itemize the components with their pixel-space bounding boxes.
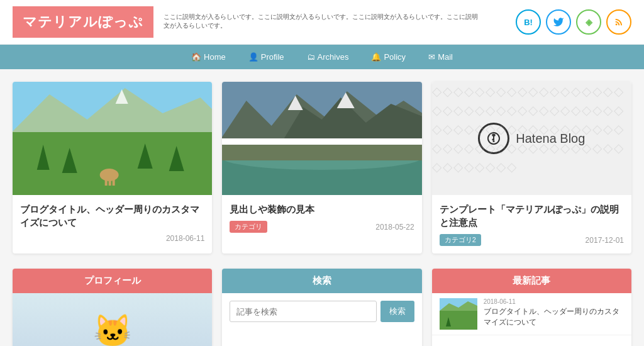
- svg-rect-9: [105, 179, 108, 186]
- svg-point-21: [488, 133, 499, 144]
- recent-articles-list: 2018-06-11 ブログタイトル、ヘッダー周りのカスタマイズについて: [432, 293, 631, 335]
- profile-icon: 👤: [248, 52, 258, 62]
- nav-profile[interactable]: 👤 Profile: [237, 45, 296, 69]
- recent-article-info: 2018-06-11 ブログタイトル、ヘッダー周りのカスタマイズについて: [484, 298, 624, 330]
- card-title-3: テンプレート「マテリアルぽっぷ」の説明と注意点: [440, 203, 624, 229]
- home-icon: 🏠: [191, 52, 201, 62]
- article-cards: ブログタイトル、ヘッダー周りのカスタマイズについて 2018-06-11: [13, 82, 631, 254]
- svg-point-0: [616, 23, 618, 25]
- site-header: マテリアルぽっぷ ここに説明文が入るらしいです。ここに説明文が入るらしいです。こ…: [0, 0, 644, 45]
- site-title-box: マテリアルぽっぷ: [13, 6, 153, 38]
- search-form: 検索: [222, 293, 421, 330]
- svg-rect-11: [113, 179, 115, 186]
- card-tag-3: カテゴリ2: [440, 234, 481, 246]
- card-meta-3: カテゴリ2 2017-12-01: [440, 234, 624, 246]
- profile-image-area: 🐱: [13, 293, 212, 346]
- nav-policy[interactable]: 🔔 Policy: [360, 45, 417, 69]
- card-body-3: テンプレート「マテリアルぽっぷ」の説明と注意点 カテゴリ2 2017-12-01: [432, 195, 631, 254]
- site-description: ここに説明文が入るらしいです。ここに説明文が入るらしいです。ここに説明文が入るら…: [164, 13, 478, 30]
- mail-icon: ✉: [428, 52, 435, 62]
- profile-character: 🐱: [93, 313, 132, 346]
- card-body-2: 見出しや装飾の見本 カテゴリ 2018-05-22: [222, 195, 421, 240]
- rss-icon[interactable]: [606, 9, 631, 35]
- hatena-pen-icon: [478, 123, 509, 154]
- widgets-section: プロフィール 🐱 検索 検索 最新記事: [13, 269, 631, 346]
- header-social-icons: B! ◈: [516, 9, 631, 35]
- card-title-2: 見出しや装飾の見本: [230, 203, 414, 216]
- recent-thumb: [440, 298, 477, 330]
- nav-archives[interactable]: 🗂 Archives: [296, 45, 360, 69]
- recent-widget-header: 最新記事: [432, 269, 631, 293]
- svg-rect-10: [109, 179, 111, 186]
- card-meta-2: カテゴリ 2018-05-22: [230, 221, 414, 233]
- search-widget-header: 検索: [222, 269, 421, 293]
- list-item[interactable]: 2018-06-11 ブログタイトル、ヘッダー周りのカスタマイズについて: [432, 293, 631, 335]
- card-date-1: 2018-06-11: [166, 234, 204, 243]
- card-date-3: 2017-12-01: [586, 236, 624, 245]
- archives-icon: 🗂: [307, 52, 315, 62]
- card-title-1: ブログタイトル、ヘッダー周りのカスタマイズについて: [20, 203, 204, 229]
- policy-icon: 🔔: [371, 52, 381, 62]
- twitter-icon[interactable]: [546, 9, 571, 35]
- profile-widget-header: プロフィール: [13, 269, 212, 293]
- site-title: マテリアルぽっぷ: [23, 13, 143, 31]
- hatena-bookmark-icon[interactable]: B!: [516, 9, 541, 35]
- svg-rect-26: [440, 311, 477, 330]
- hatena-logo: Hatena Blog: [478, 123, 585, 154]
- article-card-1[interactable]: ブログタイトル、ヘッダー周りのカスタマイズについて 2018-06-11: [13, 82, 212, 254]
- main-nav: 🏠 Home 👤 Profile 🗂 Archives 🔔 Policy ✉ M…: [0, 45, 644, 69]
- hatena-text: Hatena Blog: [516, 131, 585, 146]
- profile-widget: プロフィール 🐱: [13, 269, 212, 346]
- article-card-2[interactable]: 見出しや装飾の見本 カテゴリ 2018-05-22: [222, 82, 421, 254]
- search-input[interactable]: [230, 301, 376, 322]
- nav-home[interactable]: 🏠 Home: [180, 45, 237, 69]
- search-button[interactable]: 検索: [380, 301, 414, 322]
- svg-point-23: [493, 140, 495, 142]
- card-date-2: 2018-05-22: [375, 223, 414, 232]
- feedly-icon[interactable]: ◈: [576, 9, 601, 35]
- recent-article-title: ブログタイトル、ヘッダー周りのカスタマイズについて: [484, 306, 624, 328]
- card-meta-1: 2018-06-11: [20, 234, 204, 243]
- recent-articles-widget: 最新記事 2018-06-11 ブログタイトル、ヘッダー周りのカスタマイズについ…: [432, 269, 631, 346]
- card-tag-2: カテゴリ: [230, 221, 267, 233]
- card-body-1: ブログタイトル、ヘッダー周りのカスタマイズについて 2018-06-11: [13, 195, 212, 250]
- nav-mail[interactable]: ✉ Mail: [417, 45, 464, 69]
- svg-rect-22: [493, 136, 494, 140]
- svg-rect-18: [222, 145, 421, 160]
- recent-article-date: 2018-06-11: [484, 298, 624, 305]
- search-widget: 検索 検索: [222, 269, 421, 346]
- main-content: ブログタイトル、ヘッダー周りのカスタマイズについて 2018-06-11: [0, 69, 644, 346]
- article-card-3[interactable]: Hatena Blog テンプレート「マテリアルぽっぷ」の説明と注意点 カテゴリ…: [432, 82, 631, 254]
